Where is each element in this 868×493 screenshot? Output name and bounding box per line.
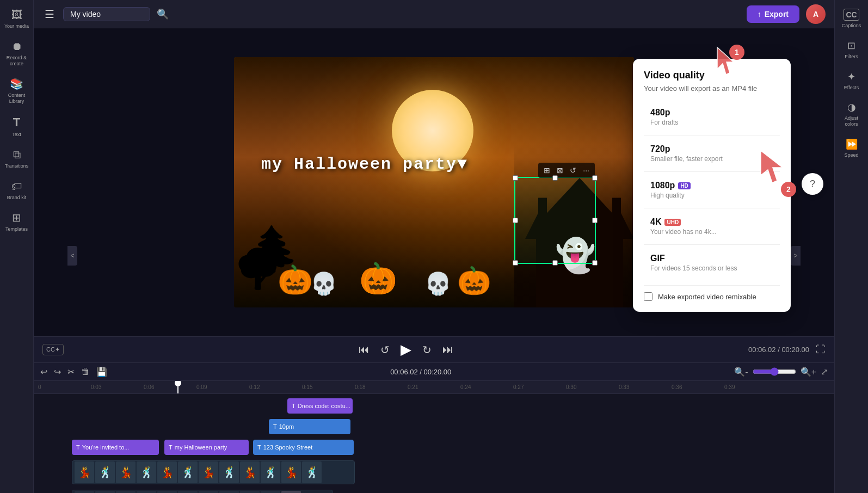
undo-button[interactable]: ↩ xyxy=(40,367,47,377)
timeline-scroll[interactable]: 0 0:03 0:06 0:09 0:12 0:15 0:18 0:21 0:2… xyxy=(34,381,834,493)
box-control-3[interactable]: ↺ xyxy=(568,165,578,176)
video-title-input[interactable] xyxy=(63,7,150,21)
zoom-slider[interactable] xyxy=(753,367,796,376)
transitions-icon: ⧉ xyxy=(13,149,21,161)
expand-timeline-button[interactable]: ⤢ xyxy=(821,367,828,377)
right-sidebar-item-captions[interactable]: CC Captions xyxy=(836,4,867,33)
clip-youre-invited[interactable]: T You're invited to... xyxy=(72,440,159,455)
playhead[interactable] xyxy=(177,381,178,393)
pumpkin-3: 🎃 xyxy=(457,265,491,297)
quality-1080p-desc: High quality xyxy=(650,192,773,199)
skeleton-1: 💀 xyxy=(310,271,337,297)
sidebar-item-brand-kit[interactable]: 🏷 Brand kit xyxy=(2,176,32,205)
box-control-2[interactable]: ⊠ xyxy=(555,165,565,176)
quality-720p-desc: Smaller file, faster export xyxy=(650,155,773,163)
clip-halloween-party[interactable]: T my Halloween party xyxy=(164,440,249,455)
sidebar-item-text[interactable]: T Text xyxy=(2,111,32,142)
help-button[interactable]: ? xyxy=(802,173,823,195)
video-track-content-2: 🕺 💃 🕺 💃 🕺 💃 🕺 💃 🕺 💃 ⬜ xyxy=(72,490,303,493)
export-dropdown: Video quality Your video will export as … xyxy=(633,59,791,312)
video-track-row-1: 💃 🕺 💃 🕺 💃 🕺 💃 🕺 💃 🕺 💃 xyxy=(34,458,834,486)
right-sidebar-item-effects[interactable]: ✦ Effects xyxy=(836,66,867,95)
timeline-toolbar: ↩ ↪ ✂ 🗑 💾 00:06.02 / 00:20.00 🔍- 🔍+ ⤢ xyxy=(34,363,834,381)
ruler-mark-03: 0:03 xyxy=(89,384,141,390)
sidebar-item-label: Text xyxy=(12,132,21,138)
collapse-left-button[interactable]: < xyxy=(67,246,77,266)
quality-720p[interactable]: 720p Smaller file, faster export xyxy=(644,138,780,169)
sidebar-item-templates[interactable]: ⊞ Templates xyxy=(2,207,32,237)
clip-spooky-street[interactable]: T 123 Spooky Street xyxy=(253,440,354,455)
cc-button[interactable]: CC✦ xyxy=(42,344,64,355)
remixable-checkbox[interactable] xyxy=(644,292,652,301)
search-button[interactable]: 🔍 xyxy=(157,8,169,20)
track-row-3: T You're invited to... T my Halloween pa… xyxy=(34,437,834,457)
record-icon: ⏺ xyxy=(11,40,22,53)
filters-icon: ⊡ xyxy=(847,40,855,52)
sidebar-item-your-media[interactable]: 🖼 Your media xyxy=(2,4,32,34)
figure-4: 🕺 xyxy=(137,461,156,483)
fig2-1: 🕺 xyxy=(75,491,94,493)
sidebar-item-content-library[interactable]: 📚 Content Library xyxy=(2,73,32,109)
right-sidebar-item-speed[interactable]: ⏩ Speed xyxy=(836,134,867,163)
export-button[interactable]: ↑ Export xyxy=(747,5,799,23)
quality-480p[interactable]: 480p For drafts xyxy=(644,101,780,133)
play-button[interactable]: ▶ xyxy=(401,341,411,358)
box-control-1[interactable]: ⊞ xyxy=(541,165,552,176)
skip-back-button[interactable]: ⏮ xyxy=(359,343,370,356)
cursor-badge-1: 1 xyxy=(729,45,744,60)
resize-ml[interactable] xyxy=(513,218,518,223)
resize-bm[interactable] xyxy=(552,260,558,266)
clip-10pm[interactable]: T 10pm xyxy=(269,419,350,434)
cut-button[interactable]: ✂ xyxy=(67,367,75,377)
fig2-7: 🕺 xyxy=(199,491,218,493)
captions-icon: CC xyxy=(844,9,859,21)
avatar[interactable]: A xyxy=(806,4,826,24)
save-button[interactable]: 💾 xyxy=(96,367,107,377)
video-track-content-1: 💃 🕺 💃 🕺 💃 🕺 💃 🕺 💃 🕺 💃 xyxy=(72,460,324,484)
figure-6: 🕺 xyxy=(178,461,198,483)
fullscreen-button[interactable]: ⛶ xyxy=(816,344,826,355)
figure-9: 💃 xyxy=(240,461,260,483)
forward-button[interactable]: ↻ xyxy=(422,343,432,356)
sidebar-item-transitions[interactable]: ⧉ Transitions xyxy=(2,144,32,174)
video-text-overlay: my Halloween party▼ xyxy=(261,155,468,174)
right-sidebar-item-adjust-colors[interactable]: ◑ Adjust colors xyxy=(836,97,867,132)
pumpkin-2: 🎃 xyxy=(359,261,397,297)
resize-tm[interactable] xyxy=(552,175,558,181)
filters-label: Filters xyxy=(845,54,858,60)
selection-controls: ⊞ ⊠ ↺ ··· xyxy=(538,163,595,178)
quality-480p-desc: For drafts xyxy=(650,119,773,126)
quality-4k[interactable]: 4K UHD Your video has no 4k... xyxy=(644,211,780,242)
clip-dress-code[interactable]: T Dress code: costu... xyxy=(287,398,353,414)
ruler-mark-27: 0:27 xyxy=(511,384,564,390)
right-sidebar-item-filters[interactable]: ⊡ Filters xyxy=(836,35,867,64)
delete-button[interactable]: 🗑 xyxy=(81,367,90,377)
timeline-tracks: T Dress code: costu... T 10pm xyxy=(34,394,834,493)
skip-forward-button[interactable]: ⏭ xyxy=(442,343,453,356)
library-icon: 📚 xyxy=(10,77,23,90)
resize-bl[interactable] xyxy=(513,260,518,266)
rewind-button[interactable]: ↺ xyxy=(380,343,390,356)
zoom-out-button[interactable]: 🔍- xyxy=(734,367,748,377)
expand-right-button[interactable]: > xyxy=(791,246,801,266)
quality-gif[interactable]: GIF For videos 15 seconds or less xyxy=(644,247,780,279)
resize-tr[interactable] xyxy=(592,175,598,181)
sidebar-item-label: Brand kit xyxy=(7,195,27,201)
zoom-in-button[interactable]: 🔍+ xyxy=(801,367,816,377)
playback-controls: ⏮ ↺ ▶ ↻ ⏭ xyxy=(64,341,748,358)
resize-tl[interactable] xyxy=(513,175,518,181)
redo-button[interactable]: ↪ xyxy=(54,367,61,377)
fig2-5: 🕺 xyxy=(157,491,177,493)
sidebar-item-record-create[interactable]: ⏺ Record & create xyxy=(2,36,32,71)
video-track-2[interactable]: 🕺 💃 🕺 💃 🕺 💃 🕺 💃 🕺 💃 ⬜ xyxy=(72,490,333,493)
quality-1080p[interactable]: 1080p HD High quality xyxy=(644,174,780,206)
box-control-more[interactable]: ··· xyxy=(581,165,592,176)
resize-mr[interactable] xyxy=(592,218,598,223)
resize-br[interactable] xyxy=(592,260,598,266)
menu-button[interactable]: ☰ xyxy=(42,5,57,23)
video-track-1[interactable]: 💃 🕺 💃 🕺 💃 🕺 💃 🕺 💃 🕺 💃 xyxy=(72,460,355,484)
adjust-colors-label: Adjust colors xyxy=(839,115,865,127)
fig2-10: 💃 xyxy=(261,491,280,493)
your-media-icon: 🖼 xyxy=(11,9,22,21)
templates-icon: ⊞ xyxy=(12,211,21,224)
